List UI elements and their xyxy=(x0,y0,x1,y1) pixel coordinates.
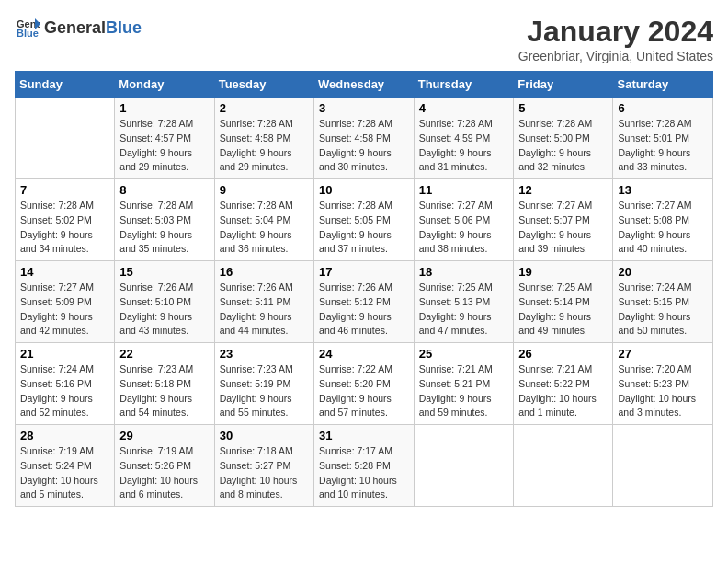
day-info: Sunrise: 7:25 AMSunset: 5:13 PMDaylight:… xyxy=(419,281,508,339)
day-info: Sunrise: 7:19 AMSunset: 5:24 PMDaylight:… xyxy=(20,444,109,502)
day-info: Sunrise: 7:28 AMSunset: 4:58 PMDaylight:… xyxy=(319,117,409,175)
day-cell: 24Sunrise: 7:22 AMSunset: 5:20 PMDayligh… xyxy=(314,343,415,425)
day-number: 6 xyxy=(618,101,708,115)
day-cell: 7Sunrise: 7:28 AMSunset: 5:02 PMDaylight… xyxy=(16,179,115,261)
day-number: 10 xyxy=(319,183,409,197)
day-cell: 3Sunrise: 7:28 AMSunset: 4:58 PMDaylight… xyxy=(314,98,415,179)
day-info: Sunrise: 7:23 AMSunset: 5:18 PMDaylight:… xyxy=(119,362,209,420)
day-cell: 28Sunrise: 7:19 AMSunset: 5:24 PMDayligh… xyxy=(16,425,115,507)
day-cell: 17Sunrise: 7:26 AMSunset: 5:12 PMDayligh… xyxy=(314,261,415,343)
day-cell: 2Sunrise: 7:28 AMSunset: 4:58 PMDaylight… xyxy=(214,98,313,179)
day-number: 7 xyxy=(20,183,109,197)
week-row-2: 7Sunrise: 7:28 AMSunset: 5:02 PMDaylight… xyxy=(16,179,713,261)
logo: General Blue GeneralBlue xyxy=(15,15,142,40)
day-cell: 8Sunrise: 7:28 AMSunset: 5:03 PMDaylight… xyxy=(115,179,214,261)
day-cell: 9Sunrise: 7:28 AMSunset: 5:04 PMDaylight… xyxy=(214,179,313,261)
day-info: Sunrise: 7:26 AMSunset: 5:12 PMDaylight:… xyxy=(319,281,409,339)
day-info: Sunrise: 7:26 AMSunset: 5:11 PMDaylight:… xyxy=(220,281,309,339)
day-cell: 12Sunrise: 7:27 AMSunset: 5:07 PMDayligh… xyxy=(514,179,613,261)
header-cell-tuesday: Tuesday xyxy=(214,72,313,98)
day-info: Sunrise: 7:27 AMSunset: 5:09 PMDaylight:… xyxy=(20,281,109,339)
day-info: Sunrise: 7:28 AMSunset: 5:03 PMDaylight:… xyxy=(119,199,209,257)
logo-icon: General Blue xyxy=(15,15,40,40)
day-number: 23 xyxy=(220,347,309,361)
day-cell xyxy=(16,98,115,179)
day-info: Sunrise: 7:28 AMSunset: 4:57 PMDaylight:… xyxy=(119,117,209,175)
day-number: 21 xyxy=(20,347,109,361)
day-info: Sunrise: 7:19 AMSunset: 5:26 PMDaylight:… xyxy=(119,444,209,502)
day-cell: 22Sunrise: 7:23 AMSunset: 5:18 PMDayligh… xyxy=(115,343,214,425)
day-number: 8 xyxy=(119,183,209,197)
day-cell: 26Sunrise: 7:21 AMSunset: 5:22 PMDayligh… xyxy=(514,343,613,425)
day-cell: 27Sunrise: 7:20 AMSunset: 5:23 PMDayligh… xyxy=(613,343,713,425)
day-info: Sunrise: 7:28 AMSunset: 4:59 PMDaylight:… xyxy=(419,117,508,175)
svg-text:Blue: Blue xyxy=(17,28,39,39)
header-cell-monday: Monday xyxy=(115,72,214,98)
header-cell-saturday: Saturday xyxy=(613,72,713,98)
day-info: Sunrise: 7:24 AMSunset: 5:15 PMDaylight:… xyxy=(618,281,708,339)
day-info: Sunrise: 7:27 AMSunset: 5:08 PMDaylight:… xyxy=(618,199,708,257)
day-cell: 21Sunrise: 7:24 AMSunset: 5:16 PMDayligh… xyxy=(16,343,115,425)
day-cell: 23Sunrise: 7:23 AMSunset: 5:19 PMDayligh… xyxy=(214,343,313,425)
day-cell: 10Sunrise: 7:28 AMSunset: 5:05 PMDayligh… xyxy=(314,179,415,261)
day-cell: 19Sunrise: 7:25 AMSunset: 5:14 PMDayligh… xyxy=(514,261,613,343)
day-cell: 18Sunrise: 7:25 AMSunset: 5:13 PMDayligh… xyxy=(414,261,513,343)
day-info: Sunrise: 7:25 AMSunset: 5:14 PMDaylight:… xyxy=(518,281,608,339)
header-cell-sunday: Sunday xyxy=(16,72,115,98)
day-cell: 6Sunrise: 7:28 AMSunset: 5:01 PMDaylight… xyxy=(613,98,713,179)
day-info: Sunrise: 7:27 AMSunset: 5:06 PMDaylight:… xyxy=(419,199,508,257)
day-number: 11 xyxy=(419,183,508,197)
week-row-5: 28Sunrise: 7:19 AMSunset: 5:24 PMDayligh… xyxy=(16,425,713,507)
day-info: Sunrise: 7:28 AMSunset: 4:58 PMDaylight:… xyxy=(220,117,309,175)
day-number: 30 xyxy=(220,429,309,442)
day-number: 15 xyxy=(119,265,209,279)
header-cell-friday: Friday xyxy=(514,72,613,98)
week-row-1: 1Sunrise: 7:28 AMSunset: 4:57 PMDaylight… xyxy=(16,98,713,179)
calendar-table: SundayMondayTuesdayWednesdayThursdayFrid… xyxy=(15,71,713,507)
day-info: Sunrise: 7:22 AMSunset: 5:20 PMDaylight:… xyxy=(319,362,409,420)
main-title: January 2024 xyxy=(518,15,713,49)
day-number: 3 xyxy=(319,101,409,115)
day-number: 28 xyxy=(20,429,109,442)
day-number: 1 xyxy=(119,101,209,115)
day-cell xyxy=(414,425,513,507)
day-cell: 20Sunrise: 7:24 AMSunset: 5:15 PMDayligh… xyxy=(613,261,713,343)
day-cell: 14Sunrise: 7:27 AMSunset: 5:09 PMDayligh… xyxy=(16,261,115,343)
day-info: Sunrise: 7:24 AMSunset: 5:16 PMDaylight:… xyxy=(20,362,109,420)
day-number: 12 xyxy=(518,183,608,197)
day-number: 9 xyxy=(220,183,309,197)
header-row: SundayMondayTuesdayWednesdayThursdayFrid… xyxy=(16,72,713,98)
day-info: Sunrise: 7:23 AMSunset: 5:19 PMDaylight:… xyxy=(220,362,309,420)
day-cell xyxy=(613,425,713,507)
day-number: 22 xyxy=(119,347,209,361)
logo-blue: Blue xyxy=(106,18,142,38)
day-info: Sunrise: 7:26 AMSunset: 5:10 PMDaylight:… xyxy=(119,281,209,339)
day-cell: 11Sunrise: 7:27 AMSunset: 5:06 PMDayligh… xyxy=(414,179,513,261)
day-cell: 30Sunrise: 7:18 AMSunset: 5:27 PMDayligh… xyxy=(214,425,313,507)
day-number: 29 xyxy=(119,429,209,442)
day-number: 18 xyxy=(419,265,508,279)
header: General Blue GeneralBlue January 2024 Gr… xyxy=(15,15,713,63)
day-number: 19 xyxy=(518,265,608,279)
day-number: 31 xyxy=(319,429,409,442)
day-cell: 31Sunrise: 7:17 AMSunset: 5:28 PMDayligh… xyxy=(314,425,415,507)
day-cell: 1Sunrise: 7:28 AMSunset: 4:57 PMDaylight… xyxy=(115,98,214,179)
title-area: January 2024 Greenbriar, Virginia, Unite… xyxy=(518,15,713,63)
day-info: Sunrise: 7:28 AMSunset: 5:05 PMDaylight:… xyxy=(319,199,409,257)
header-cell-wednesday: Wednesday xyxy=(314,72,415,98)
day-number: 14 xyxy=(20,265,109,279)
day-cell: 16Sunrise: 7:26 AMSunset: 5:11 PMDayligh… xyxy=(214,261,313,343)
day-cell: 5Sunrise: 7:28 AMSunset: 5:00 PMDaylight… xyxy=(514,98,613,179)
day-info: Sunrise: 7:28 AMSunset: 5:01 PMDaylight:… xyxy=(618,117,708,175)
subtitle: Greenbriar, Virginia, United States xyxy=(518,49,713,63)
day-info: Sunrise: 7:21 AMSunset: 5:21 PMDaylight:… xyxy=(419,362,508,420)
logo-general: General xyxy=(44,18,106,38)
day-info: Sunrise: 7:28 AMSunset: 5:00 PMDaylight:… xyxy=(518,117,608,175)
day-number: 20 xyxy=(618,265,708,279)
week-row-4: 21Sunrise: 7:24 AMSunset: 5:16 PMDayligh… xyxy=(16,343,713,425)
day-info: Sunrise: 7:28 AMSunset: 5:04 PMDaylight:… xyxy=(220,199,309,257)
day-cell: 13Sunrise: 7:27 AMSunset: 5:08 PMDayligh… xyxy=(613,179,713,261)
day-info: Sunrise: 7:20 AMSunset: 5:23 PMDaylight:… xyxy=(618,362,708,420)
day-info: Sunrise: 7:28 AMSunset: 5:02 PMDaylight:… xyxy=(20,199,109,257)
day-cell: 25Sunrise: 7:21 AMSunset: 5:21 PMDayligh… xyxy=(414,343,513,425)
